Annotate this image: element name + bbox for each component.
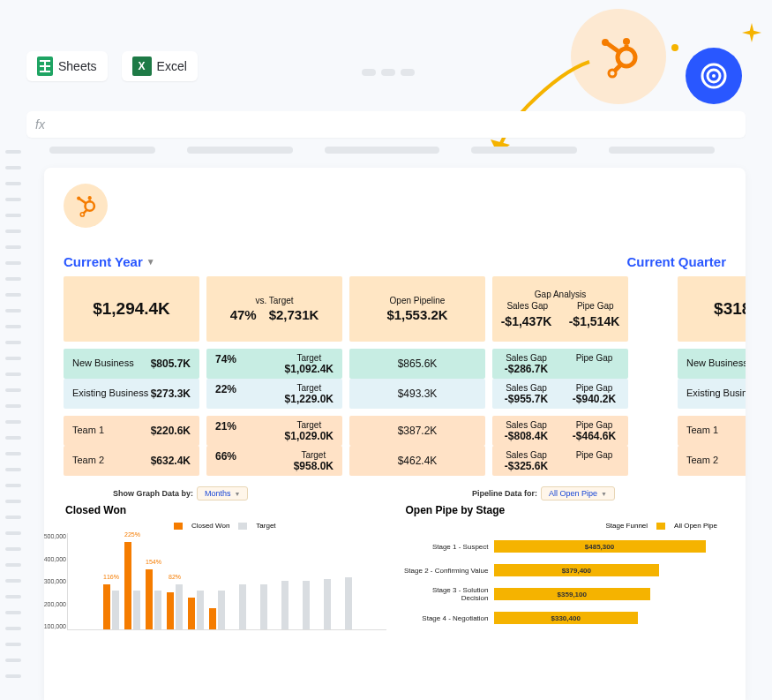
vs-target-title: vs. Target bbox=[255, 296, 293, 305]
svg-line-13 bbox=[79, 199, 86, 203]
row-number-strip bbox=[0, 150, 25, 678]
newbiz-pct: 74% bbox=[215, 353, 236, 375]
chevron-down-icon: ▼ bbox=[235, 491, 241, 497]
existing-target-label: Target bbox=[285, 383, 334, 393]
pipeline-data-dropdown[interactable]: All Open Pipe▼ bbox=[541, 486, 615, 501]
existing-sgap: -$955.7K bbox=[505, 393, 548, 405]
newbiz-sgap: -$286.7K bbox=[505, 363, 548, 375]
team2-pct: 66% bbox=[215, 450, 236, 472]
newbiz-target-label: Target bbox=[285, 353, 334, 363]
newbiz-target: $1,092.4K bbox=[285, 363, 334, 375]
pipe-gap-label: Pipe Gap bbox=[577, 301, 614, 311]
newbiz-value: $805.7K bbox=[151, 358, 191, 370]
existing-pct: 22% bbox=[215, 383, 236, 405]
legend-swatch-orange bbox=[174, 523, 183, 530]
sparkle-dot-icon bbox=[671, 44, 678, 51]
graph-data-dropdown[interactable]: Months▼ bbox=[197, 486, 248, 501]
existing-sgap-label: Sales Gap bbox=[492, 383, 560, 393]
hubspot-icon bbox=[74, 194, 97, 217]
team1-q-label: Team 1 bbox=[686, 425, 718, 437]
current-quarter-header: Current Quarter bbox=[626, 254, 726, 269]
newbiz-q-label: New Business bbox=[686, 358, 746, 370]
team2-sgap-label: Sales Gap bbox=[492, 450, 560, 460]
newbiz-gap-cell: Sales Gap-$286.7KPipe Gap bbox=[492, 349, 628, 379]
team1-sgap-label: Sales Gap bbox=[492, 420, 560, 430]
team1-pct: 21% bbox=[215, 420, 236, 442]
team1-cell: Team 1$220.6K bbox=[64, 416, 199, 446]
existing-target-cell: 22%Target$1,229.0K bbox=[206, 379, 342, 409]
newbiz-pipe-cell: $865.6K bbox=[349, 349, 485, 379]
pipeline-data-value: All Open Pipe bbox=[549, 489, 597, 498]
open-pipeline-title: Open Pipeline bbox=[390, 296, 446, 305]
sparkle-icon bbox=[742, 23, 761, 42]
existing-pgap-label: Pipe Gap bbox=[560, 383, 628, 393]
pipeline-data-label: Pipeline Data for: bbox=[472, 489, 537, 498]
team2-sgap: -$325.6K bbox=[505, 460, 548, 472]
column-header-skeleton bbox=[49, 147, 746, 154]
existing-target: $1,229.0K bbox=[285, 393, 334, 405]
team2-q-label: Team 2 bbox=[686, 455, 718, 467]
integration-toolbar: Sheets X Excel bbox=[26, 51, 198, 81]
pipe-gap-value: -$1,514K bbox=[569, 314, 620, 328]
team1-target-cell: 21%Target$1,029.0K bbox=[206, 416, 342, 446]
team1-label: Team 1 bbox=[72, 425, 104, 437]
legend-stage-funnel: Stage Funnel bbox=[605, 522, 648, 530]
team1-sgap: -$808.4K bbox=[505, 430, 548, 442]
gap-analysis-title: Gap Analysis bbox=[535, 290, 586, 299]
team2-label: Team 2 bbox=[72, 455, 104, 467]
svg-point-11 bbox=[88, 196, 92, 199]
excel-label: Excel bbox=[157, 59, 187, 73]
legend-swatch-grey bbox=[238, 523, 247, 530]
existing-q-cell: Existing Business$27.1K bbox=[678, 379, 746, 409]
team1-target-label: Target bbox=[285, 420, 334, 430]
legend-all-open-pipe: All Open Pipe bbox=[674, 522, 717, 530]
newbiz-pipe: $865.6K bbox=[398, 358, 438, 370]
excel-button[interactable]: X Excel bbox=[122, 51, 198, 81]
existing-cell: Existing Business$273.3K bbox=[64, 379, 199, 409]
team2-pgap-label: Pipe Gap bbox=[560, 450, 628, 460]
graph-data-value: Months bbox=[205, 489, 231, 498]
legend-swatch-yellow bbox=[656, 523, 665, 530]
open-pipe-title: Open Pipe by Stage bbox=[406, 504, 727, 516]
pipeline-data-control: Pipeline Data for: All Open Pipe▼ bbox=[472, 486, 615, 501]
sheets-label: Sheets bbox=[58, 59, 97, 73]
existing-label: Existing Business bbox=[72, 388, 148, 400]
dashboard-card: Current Year ▼ Current Quarter $1,294.4K… bbox=[44, 168, 746, 700]
svg-line-3 bbox=[607, 43, 619, 52]
current-year-dropdown[interactable]: Current Year ▼ bbox=[64, 254, 155, 269]
svg-point-6 bbox=[609, 70, 616, 77]
current-quarter-label: Current Quarter bbox=[626, 254, 726, 269]
coefficient-icon bbox=[699, 61, 729, 91]
team1-pgap-label: Pipe Gap bbox=[560, 420, 628, 430]
team1-gap-cell: Sales Gap-$808.4KPipe Gap-$464.6K bbox=[492, 416, 628, 446]
sheets-button[interactable]: Sheets bbox=[26, 51, 108, 81]
hubspot-badge bbox=[64, 184, 108, 228]
total-value: $1,294.4K bbox=[64, 276, 199, 342]
chevron-down-icon: ▼ bbox=[601, 491, 607, 497]
excel-icon: X bbox=[132, 56, 152, 76]
existing-q-label: Existing Business bbox=[686, 388, 746, 400]
vs-target-pct: 47% bbox=[230, 307, 257, 322]
team2-value: $632.4K bbox=[151, 455, 191, 467]
team1-q-cell: Team 1$8.0K bbox=[678, 416, 746, 446]
open-pipe-legend: Stage Funnel All Open Pipe bbox=[404, 522, 727, 530]
existing-pipe-cell: $493.3K bbox=[349, 379, 485, 409]
quarter-total-value: $318.7K bbox=[678, 276, 746, 342]
newbiz-pgap-label: Pipe Gap bbox=[560, 353, 628, 363]
closed-won-title: Closed Won bbox=[65, 504, 386, 516]
newbiz-cell: New Business$805.7K bbox=[64, 349, 199, 379]
vs-target-value: $2,731K bbox=[269, 307, 319, 322]
sales-gap-label: Sales Gap bbox=[506, 301, 548, 311]
team1-target: $1,029.0K bbox=[285, 430, 334, 442]
team2-cell: Team 2$632.4K bbox=[64, 446, 199, 476]
open-pipeline-cell: Open Pipeline $1,553.2K bbox=[349, 276, 485, 342]
legend-closed-won: Closed Won bbox=[191, 522, 229, 530]
formula-bar[interactable]: fx bbox=[26, 111, 746, 138]
newbiz-q-cell: New Business$211.1K bbox=[678, 349, 746, 379]
existing-pgap: -$940.2K bbox=[573, 393, 616, 405]
team1-pipe: $387.2K bbox=[398, 425, 438, 437]
existing-pipe: $493.3K bbox=[398, 388, 438, 400]
closed-won-chart: Closed Won Closed Won Target Closed Won … bbox=[64, 504, 386, 632]
team2-target: $958.0K bbox=[294, 460, 334, 472]
team1-pgap: -$464.6K bbox=[573, 430, 616, 442]
